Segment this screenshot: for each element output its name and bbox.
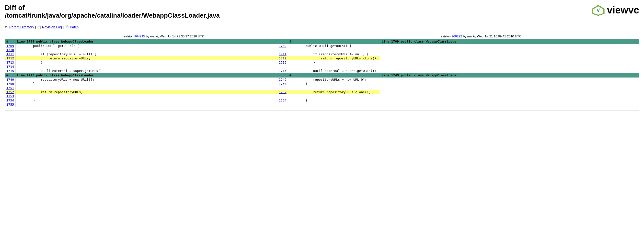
left-code-cell xyxy=(16,48,259,52)
left-line-num: 1749 xyxy=(5,77,16,82)
left-code-cell: } xyxy=(16,82,259,86)
right-line-num: 1715 xyxy=(259,69,288,73)
right-author: markt xyxy=(467,34,476,38)
right-code-cell xyxy=(288,48,380,52)
right-line-num: 1752 xyxy=(259,90,288,94)
diff-row: 1711 if (repositoryURLs != null) { 1711 … xyxy=(5,52,639,56)
right-line-num xyxy=(259,94,288,98)
line-num-link[interactable]: 1711 xyxy=(6,52,14,56)
right-revision-link[interactable]: 966292 xyxy=(452,34,462,38)
left-code-cell xyxy=(16,86,259,90)
line-num-link[interactable]: 1754 xyxy=(6,99,14,102)
revision-log-link[interactable]: Revision Log xyxy=(42,25,62,29)
line-num-link[interactable]: 1753 xyxy=(6,94,14,98)
diff-row: 1752 return repositoryURLs; 1752 return … xyxy=(5,90,639,94)
file-path-text: /tomcat/trunk/java/org/apache/catalina/l… xyxy=(5,12,220,19)
folder-icon: 🗁 xyxy=(5,25,8,29)
line-num-link[interactable]: 1751 xyxy=(6,86,14,90)
left-code-cell: return repositoryURLs; xyxy=(16,56,259,60)
right-code-cell: } xyxy=(288,82,380,86)
left-line-num: 1755 xyxy=(5,102,16,107)
left-code-cell xyxy=(16,94,259,98)
right-hash-cell: # xyxy=(288,39,380,44)
right-code-cell: } xyxy=(288,60,380,64)
viewvc-logo: V viewvc xyxy=(591,4,639,16)
left-section-header-cell: Line 1709 public class WebappClassLoader xyxy=(16,39,288,44)
diff-row: 1709 public URL[] getURLs() { 1709 publi… xyxy=(5,44,639,48)
line-num-link[interactable]: 1715 xyxy=(6,69,14,73)
line-num-link[interactable]: 1712 xyxy=(279,56,286,60)
log-icon: 📋 xyxy=(37,25,41,29)
patch-link[interactable]: Patch xyxy=(70,25,78,29)
left-code-cell xyxy=(16,102,259,107)
left-line-num: 1715 xyxy=(5,69,16,73)
line-num-link[interactable]: 1709 xyxy=(6,44,14,48)
left-code-cell: } xyxy=(16,98,259,102)
left-line-num: 1711 xyxy=(5,52,16,56)
right-section-header-cell: Line 1749 public class WebappClassLoader xyxy=(380,73,639,77)
line-num-link[interactable]: 1749 xyxy=(6,78,14,81)
separator-1: | xyxy=(35,25,36,29)
nav-links: 🗁 Parent Directory | 📋 Revision Log | 📄 … xyxy=(5,25,639,29)
parent-directory-link[interactable]: Parent Directory xyxy=(9,25,34,29)
line-num-link[interactable]: 1750 xyxy=(6,82,14,86)
right-revision-header: revision 966292 by markt, Wed Jul 21 16:… xyxy=(322,33,639,39)
line-num-link[interactable]: 1752 xyxy=(6,90,14,94)
right-code-cell xyxy=(288,86,380,90)
right-code-cell: return repositoryURLs.clone(); xyxy=(288,56,380,60)
line-num-link[interactable]: 1711 xyxy=(279,52,286,56)
line-num-link[interactable]: 1712 xyxy=(6,56,14,60)
footer-divider xyxy=(5,111,639,111)
left-line-num: 1713 xyxy=(5,60,16,64)
line-num-link[interactable]: 1755 xyxy=(6,103,14,106)
page-header: Diff of /tomcat/trunk/java/org/apache/ca… xyxy=(5,4,639,23)
diff-row: 1713 } 1713 } xyxy=(5,60,639,64)
revision-header-table: revision 964215 by markt, Wed Jul 14 21:… xyxy=(5,33,639,39)
diff-row: # Line 1749 public class WebappClassLoad… xyxy=(5,73,639,77)
line-num-link[interactable]: 1754 xyxy=(279,99,286,102)
diff-row: 1755 xyxy=(5,102,639,107)
right-line-num xyxy=(259,64,288,69)
line-num-link[interactable]: 1715 xyxy=(279,69,286,73)
diff-row: 1754 } 1754 } xyxy=(5,98,639,102)
right-code-cell: public URL[] getURLs() { xyxy=(288,44,380,48)
left-revision-link[interactable]: 964215 xyxy=(134,34,145,38)
diff-row: 1714 xyxy=(5,64,639,69)
diff-row: 1750 } 1750 } xyxy=(5,82,639,86)
left-code-cell: repositoryURLs = new URL[0]; xyxy=(16,77,259,82)
left-line-num: 1751 xyxy=(5,86,16,90)
diff-row: 1749 repositoryURLs = new URL[0]; 1749 r… xyxy=(5,77,639,82)
line-num-link[interactable]: 1714 xyxy=(6,65,14,68)
diff-row: # Line 1709 public class WebappClassLoad… xyxy=(5,39,639,44)
right-code-cell xyxy=(288,94,380,98)
patch-icon: 📄 xyxy=(64,25,69,29)
right-code-cell xyxy=(288,64,380,69)
separator-2: | xyxy=(63,25,64,29)
right-line-num xyxy=(259,102,288,107)
left-code-cell: public URL[] getURLs() { xyxy=(16,44,259,48)
left-author: markt xyxy=(150,34,158,38)
left-code-cell: if (repositoryURLs != null) { xyxy=(16,52,259,56)
line-num-link[interactable]: 1710 xyxy=(6,48,14,52)
line-num-link[interactable]: 1752 xyxy=(279,90,286,94)
logo-icon: V xyxy=(591,4,606,16)
right-code-cell: } xyxy=(288,98,380,102)
right-code-cell: return repositoryURLs.clone(); xyxy=(288,90,380,94)
right-line-num: 1750 xyxy=(259,82,288,86)
left-line-num: 1710 xyxy=(5,48,16,52)
line-num-link[interactable]: 1709 xyxy=(279,44,286,48)
left-line-num: 1754 xyxy=(5,98,16,102)
left-section-header-cell: Line 1749 public class WebappClassLoader xyxy=(16,73,288,77)
line-num-link[interactable]: 1750 xyxy=(279,82,286,86)
right-line-num: 1749 xyxy=(259,77,288,82)
right-code-cell: URL[] external = super.getURLs(); xyxy=(288,69,380,73)
line-num-link[interactable]: 1713 xyxy=(279,61,286,64)
line-num-link[interactable]: 1713 xyxy=(6,61,14,64)
logo-wordmark: viewvc xyxy=(607,5,639,16)
svg-text:V: V xyxy=(596,7,600,13)
left-line-num: 1752 xyxy=(5,90,16,94)
line-num-link[interactable]: 1749 xyxy=(279,78,286,81)
left-code-cell xyxy=(16,64,259,69)
diff-row: 1712 return repositoryURLs; 1712 return … xyxy=(5,56,639,60)
diff-title: Diff of /tomcat/trunk/java/org/apache/ca… xyxy=(5,4,220,23)
